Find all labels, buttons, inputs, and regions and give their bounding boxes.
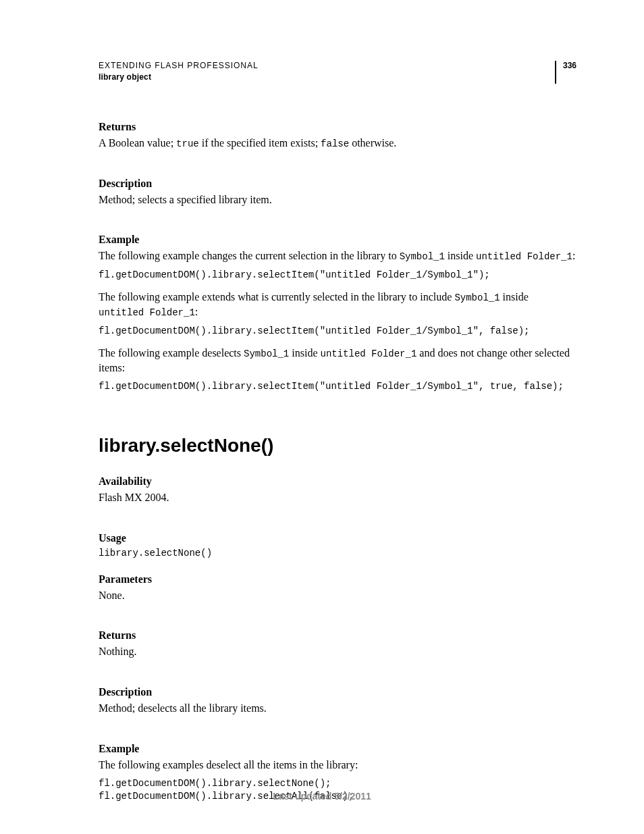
availability-text: Flash MX 2004. [99, 490, 576, 505]
code-inline: untitled Folder_1 [320, 348, 417, 359]
parameters-text: None. [99, 588, 576, 603]
text-fragment: inside [289, 347, 320, 359]
text-fragment: inside [445, 250, 476, 261]
footer-updated: Last updated 5/2/2011 [0, 791, 644, 802]
code-inline: Symbol_1 [454, 292, 500, 303]
header-subtitle: library object [99, 72, 259, 82]
text-fragment: The following example changes the curren… [99, 250, 400, 261]
description-label-2: Description [99, 686, 576, 698]
returns-label: Returns [99, 121, 576, 133]
header-left: EXTENDING FLASH PROFESSIONAL library obj… [99, 61, 259, 82]
returns-label-2: Returns [99, 629, 576, 642]
example-text-2: The following example extends what is cu… [99, 290, 576, 319]
code-block-1: fl.getDocumentDOM().library.selectItem("… [99, 269, 576, 282]
example-text-4: The following examples deselect all the … [99, 758, 576, 773]
text-fragment: if the specified item exists; [199, 137, 321, 149]
code-block-3: fl.getDocumentDOM().library.selectItem("… [99, 380, 576, 393]
text-fragment: otherwise. [349, 137, 396, 149]
text-fragment: A Boolean value; [99, 137, 176, 149]
code-block-2: fl.getDocumentDOM().library.selectItem("… [99, 325, 576, 338]
code-inline: Symbol_1 [244, 348, 289, 359]
usage-label: Usage [99, 532, 576, 544]
text-fragment: inside [500, 291, 529, 303]
description-text: Method; selects a specified library item… [99, 192, 576, 207]
returns-text-2: Nothing. [99, 644, 576, 659]
page-header: EXTENDING FLASH PROFESSIONAL library obj… [99, 61, 576, 84]
code-inline: untitled Folder_1 [476, 251, 572, 262]
code-inline: true [176, 138, 199, 149]
example-text-1: The following example changes the curren… [99, 249, 576, 263]
header-title: EXTENDING FLASH PROFESSIONAL [99, 61, 259, 70]
description-label: Description [99, 178, 576, 190]
text-fragment: : [195, 306, 198, 317]
code-inline: false [321, 138, 349, 149]
code-inline: Symbol_1 [400, 251, 445, 262]
text-fragment: The following example extends what is cu… [99, 291, 454, 303]
parameters-label: Parameters [99, 573, 576, 585]
text-fragment: The following example deselects [99, 347, 244, 359]
example-text-3: The following example deselects Symbol_1… [99, 346, 576, 375]
example-label: Example [99, 234, 576, 246]
text-fragment: : [572, 250, 575, 261]
page-number: 336 [555, 61, 576, 84]
usage-code: library.selectNone() [99, 547, 576, 560]
code-inline: untitled Folder_1 [99, 307, 195, 318]
availability-label: Availability [99, 475, 576, 488]
example-label-2: Example [99, 743, 576, 755]
description-text-2: Method; deselects all the library items. [99, 701, 576, 716]
returns-text: A Boolean value; true if the specified i… [99, 136, 576, 151]
api-heading-selectnone: library.selectNone() [99, 435, 576, 457]
